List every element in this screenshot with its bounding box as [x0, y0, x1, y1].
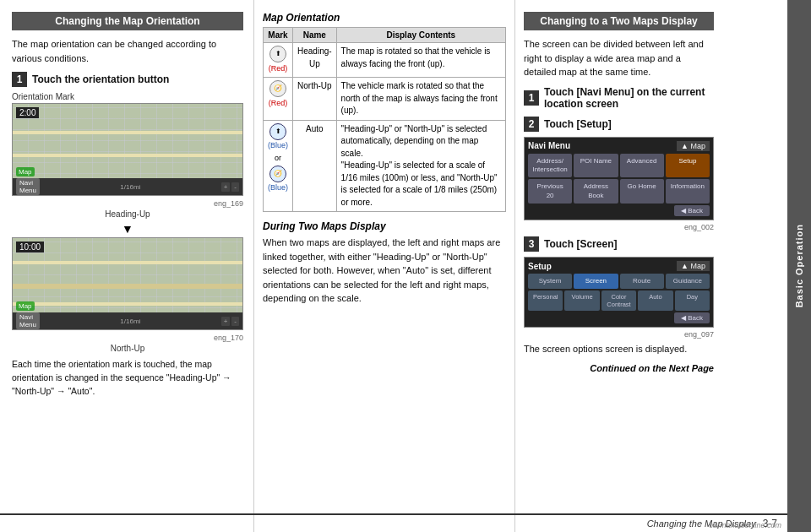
map-scale-2: 1/16mi [120, 318, 140, 325]
setup-title: Setup [528, 262, 552, 271]
navi-advanced-btn: Advanced [620, 154, 664, 178]
orientation-mark-label: Orientation Mark [12, 92, 243, 101]
map-toolbar-1: NaviMenu 1/16mi + - [13, 178, 242, 195]
north-up-caption: North-Up [12, 344, 243, 353]
map-orientation-table: Mark Name Display Contents ⬆ (Red) Headi… [263, 27, 506, 212]
right-step1-num: 1 [524, 90, 539, 106]
navi-back-bar: ◀ Back [528, 205, 710, 216]
table-row: ⬆ (Blue) or 🧭 (Blue) Auto [264, 120, 506, 212]
table-cell-name-2: North-Up [293, 78, 337, 121]
table-header-display: Display Contents [336, 28, 505, 43]
map-time-display-2: 10:00 [16, 242, 44, 252]
table-row: ⬆ (Red) Heading-Up The map is rotated so… [264, 43, 506, 78]
continued-text: Continued on the Next Page [524, 363, 714, 373]
table-cell-mark-2: 🧭 (Red) [264, 78, 293, 121]
setup-screen-btn: Screen [574, 274, 618, 289]
setup-system-btn: System [528, 274, 572, 289]
navi-img-label: eng_002 [524, 223, 714, 231]
navi-menu-btn-2: NaviMenu [16, 312, 40, 329]
map-btn-label-2: Map [16, 301, 35, 311]
step1-label: Touch the orientation button [32, 73, 169, 85]
map-time-display: 2:00 [16, 107, 39, 118]
right-step2-label: Touch [Setup] [544, 118, 612, 130]
setup-map-label: ▲ Map [677, 261, 710, 271]
navi-btn-grid: Address/Intersection POI Name Advanced S… [528, 154, 710, 204]
screen-options-note: The screen options screen is displayed. [524, 342, 714, 356]
table-cell-content-3: "Heading-Up" or "North-Up" is selected a… [336, 120, 505, 212]
navi-menu-title: Navi Menu [528, 141, 570, 150]
setup-img-label: eng_097 [524, 330, 714, 339]
right-step3-num: 3 [524, 236, 539, 252]
right-step2-header: 2 Touch [Setup] [524, 117, 714, 132]
table-row: 🧭 (Red) North-Up The vehicle mark is rot… [264, 78, 506, 121]
map-zoom-in: + [221, 182, 231, 192]
setup-back-btn: ◀ Back [674, 312, 710, 323]
right-step1-label: Touch [Navi Menu] on the current locatio… [544, 86, 714, 110]
map-zoom-out-2: - [231, 317, 239, 326]
setup-row2: Personal Volume Color Contrast Auto Day [528, 290, 710, 311]
map-orient-title: Map Orientation [263, 12, 506, 24]
setup-auto-btn: Auto [638, 290, 672, 311]
heading-up-caption: Heading-Up [12, 209, 243, 219]
arrow-down: ▼ [12, 222, 243, 236]
navi-setup-btn: Setup [666, 154, 710, 178]
navi-info-btn: Information [666, 179, 710, 204]
step1-header: 1 Touch the orientation button [12, 72, 243, 87]
map-toolbar-2: NaviMenu 1/16mi + - [13, 312, 242, 329]
watermark: carmanualonline.com [709, 521, 781, 529]
sidebar-tab-label: Basic Operation [794, 224, 804, 307]
mid-column: Map Orientation Mark Name Display Conten… [253, 0, 515, 532]
setup-btn-grid: System Screen Route Guidance [528, 274, 710, 289]
setup-guidance-btn: Guidance [666, 274, 710, 289]
table-cell-content-2: The vehicle mark is rotated so that the … [336, 78, 505, 121]
setup-route-btn: Route [620, 274, 664, 289]
right-column: Changing to a Two Maps Display The scree… [515, 0, 722, 532]
step1-num: 1 [12, 72, 27, 87]
during-two-maps-text: When two maps are displayed, the left an… [263, 236, 506, 306]
right-step1-header: 1 Touch [Navi Menu] on the current locat… [524, 86, 714, 110]
setup-color-btn: Color Contrast [601, 290, 636, 311]
during-two-maps-header: During Two Maps Display [263, 220, 506, 232]
navi-address-btn: Address/Intersection [528, 154, 572, 178]
right-intro-text: The screen can be divided between left a… [524, 37, 714, 79]
table-cell-mark-1: ⬆ (Red) [264, 43, 293, 78]
map-zoom-in-2: + [221, 317, 231, 326]
map-btn-label: Map [16, 167, 35, 176]
bottom-note: Each time the orientation mark is touche… [12, 358, 243, 398]
navi-previous-btn: Previous20 [528, 179, 572, 204]
img1-label: eng_169 [12, 199, 243, 208]
navi-menu-header: Navi Menu ▲ Map [528, 141, 710, 151]
left-column: Changing the Map Orientation The map ori… [0, 0, 253, 532]
navi-poi-btn: POI Name [574, 154, 618, 178]
navi-back-btn: ◀ Back [674, 205, 710, 216]
bottom-bar: Changing the Map Display 3-7 [0, 513, 787, 532]
navi-map-label: ▲ Map [677, 141, 710, 151]
right-step3-header: 3 Touch [Screen] [524, 236, 714, 252]
table-cell-mark-3: ⬆ (Blue) or 🧭 (Blue) [264, 120, 293, 212]
img2-label: eng_170 [12, 334, 243, 342]
table-header-name: Name [293, 28, 337, 43]
setup-personal-btn: Personal [528, 290, 563, 311]
navi-address-book-btn: AddressBook [574, 179, 618, 204]
table-cell-content-1: The map is rotated so that the vehicle i… [336, 43, 505, 78]
setup-volume-btn: Volume [564, 290, 599, 311]
map-image-north-up: 10:00 NaviMenu 1/16mi + - Map [12, 237, 243, 330]
right-section-header: Changing to a Two Maps Display [524, 12, 714, 30]
sidebar-tab: Basic Operation [787, 0, 811, 532]
right-step3-label: Touch [Screen] [544, 238, 617, 250]
map-image-heading-up: 2:00 NaviMenu 1/16mi + - Map [12, 103, 243, 196]
setup-header: Setup ▲ Map [528, 261, 710, 271]
setup-menu-mock: Setup ▲ Map System Screen Route Guidance… [524, 257, 714, 328]
setup-back-bar: ◀ Back [528, 312, 710, 323]
left-section-header: Changing the Map Orientation [12, 12, 243, 30]
navi-menu-mock: Navi Menu ▲ Map Address/Intersection POI… [524, 137, 714, 221]
right-step2-num: 2 [524, 117, 539, 132]
navi-menu-btn-1: NaviMenu [16, 178, 40, 195]
map-zoom-out: - [231, 182, 239, 192]
table-cell-name-3: Auto [293, 120, 337, 212]
navi-go-home-btn: Go Home [620, 179, 664, 204]
left-intro-text: The map orientation can be changed accor… [12, 37, 243, 65]
table-cell-name-1: Heading-Up [293, 43, 337, 78]
setup-day-btn: Day [675, 290, 710, 311]
table-header-mark: Mark [264, 28, 293, 43]
